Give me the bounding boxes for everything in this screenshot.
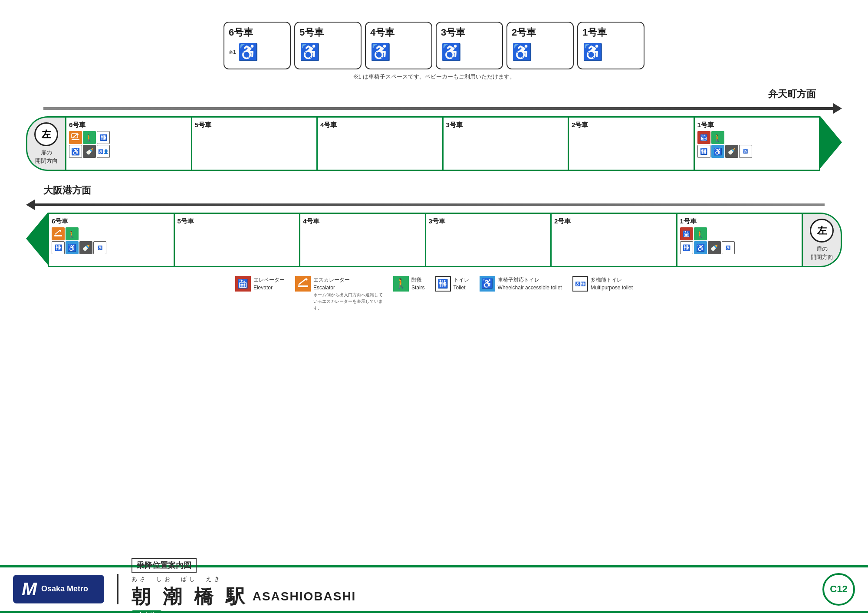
car-number-4: 4号車 (370, 26, 395, 39)
stairs-icon-2: 🚶 (66, 227, 79, 240)
legend-stairs: 🚶 階段 Stairs (393, 276, 425, 292)
train1-car4: 4号車 (316, 118, 442, 170)
footer-station-info: 乗降位置案内図 あさ しお ばし えき 朝 潮 橋 駅 ASASHIOBASHI… (132, 558, 809, 613)
wheelchair-icon-1: ♿ (582, 43, 603, 61)
footer-divider (117, 574, 118, 604)
baby-icon-2: 🍼 (79, 241, 92, 254)
legend-multipurpose-icon: ♿🚻 (572, 276, 588, 292)
car-number-2: 2号車 (512, 26, 536, 39)
car-number-1: 1号車 (582, 26, 607, 39)
note-marker-6: ※1 (229, 49, 236, 55)
left-circle-1: 左 (34, 122, 58, 146)
train1-right-tip (820, 116, 842, 168)
train2-car5: 5号車 (174, 214, 299, 266)
car-number-5: 5号車 (299, 26, 324, 39)
toilet-icon-1: 🚻 (97, 131, 110, 144)
car-box-4: 4号車 ♿ (365, 22, 432, 69)
station-furigana: あさ しお ばし えき (132, 575, 356, 583)
train2-right-cap: 左 扉の開閉方向 (803, 213, 842, 267)
left-circle-2: 左 (810, 219, 834, 243)
legend-stairs-text: 階段 Stairs (411, 276, 425, 292)
train1-car5: 5号車 (191, 118, 317, 170)
spacer-1 (26, 175, 842, 184)
train1-car6-icons-row2: ♿ 🍼 ♿👤 (69, 145, 188, 158)
station-name-container: あさ しお ばし えき 朝 潮 橋 駅 ASASHIOBASHI 中央線 (132, 575, 809, 613)
escalator-walk-icon-1: 🚶 (711, 131, 724, 144)
station-name-row: 朝 潮 橋 駅 ASASHIOBASHI (132, 584, 356, 610)
baby-icon-1b: 🍼 (725, 145, 738, 158)
wheelchair-accessible-icon-2: ♿ (694, 241, 707, 254)
svg-point-13 (305, 279, 307, 281)
multipurpose-icon-1b: ♿ (739, 145, 752, 158)
train1-car4-label: 4号車 (320, 121, 440, 129)
legend-elevator-text: エレベーター Elevator (253, 276, 285, 292)
train1-car6-label: 6号車 (69, 121, 188, 129)
train1-car6-icons-row1: 🚶 🚻 (69, 131, 188, 144)
train2-car1-icons-row1: 🛗 🚶 (680, 227, 799, 240)
train2-car6-label: 6号車 (52, 217, 171, 226)
legend-elevator-icon: 🛗 (235, 276, 251, 292)
osaka-metro-name: Osaka Metro (41, 584, 88, 594)
train2-car2: 2号車 (550, 214, 676, 266)
legend-multipurpose-text: 多機能トイレ Multipurpose toilet (591, 276, 633, 292)
train1-car1-icons-row2: 🚻 ♿ 🍼 ♿ (697, 145, 817, 158)
footer-bar: M Osaka Metro 乗降位置案内図 あさ しお ばし えき 朝 潮 橋 … (0, 565, 868, 613)
legend-escalator: エスカレーター Escalator ホーム側から出入口方向へ運転しているエスカレ… (295, 276, 383, 311)
train2-car6-icons-row2: 🚻 ♿ 🍼 ♿ (52, 241, 171, 254)
elevator-icon-2: 🛗 (680, 227, 693, 240)
train2-car2-label: 2号車 (554, 217, 674, 226)
train1-car1: 1号車 🛗 🚶 🚻 ♿ (694, 118, 821, 170)
stroller-icon-1: 🍼 (83, 145, 96, 158)
wheelchair-icon-3: ♿ (441, 43, 461, 61)
multipurpose-icon-2b: ♿ (722, 241, 735, 254)
legend-wc-accessible: ♿ 車椅子対応トイレ Wheelchair accessible toilet (480, 276, 562, 292)
toilet-icon-2b: 🚻 (680, 241, 693, 254)
car-box-1: 1号車 ♿ (577, 22, 644, 69)
car-box-6: 6号車 ※1 ♿ (224, 22, 291, 69)
wheelchair-icon-2: ♿ (512, 43, 532, 61)
car-number-6: 6号車 (229, 26, 253, 39)
wheelchair-icon-5: ♿ (299, 43, 320, 61)
svg-line-12 (299, 279, 306, 285)
metro-m-icon: M (22, 580, 37, 598)
train2-car1: 1号車 🛗 🚶 🚻 ♿ (676, 214, 803, 266)
car-box-2: 2号車 ♿ (506, 22, 574, 69)
svg-text:🚶: 🚶 (85, 134, 93, 142)
arrow-tip-1 (833, 103, 842, 114)
train2-car3: 3号車 (425, 214, 551, 266)
toilet-icon-2: 🚻 (52, 241, 65, 254)
svg-point-3 (77, 134, 79, 135)
baby-icon-2b: 🍼 (708, 241, 721, 254)
train2-car5-label: 5号車 (178, 217, 297, 226)
legend-stairs-icon: 🚶 (393, 276, 409, 292)
svg-text:🚶: 🚶 (696, 230, 704, 239)
train2-left-tip (26, 213, 48, 267)
car-numbers-row: 6号車 ※1 ♿ 5号車 ♿ 4号車 ♿ 3号車 ♿ (26, 22, 842, 69)
multipurpose-icon-1: ♿👤 (97, 145, 110, 158)
door-direction-1: 扉の開閉方向 (35, 149, 58, 164)
door-direction-2: 扉の開閉方向 (811, 245, 833, 261)
train-diagram-2: 6号車 🚶 🚻 ♿ (26, 213, 842, 267)
train2-car4-label: 4号車 (303, 217, 422, 226)
escalator-walk-icon-2: 🚶 (694, 227, 707, 240)
stairs-icon-1: 🚶 (83, 131, 96, 144)
train2-car6: 6号車 🚶 🚻 ♿ (48, 214, 174, 266)
train1-car2: 2号車 (568, 118, 694, 170)
svg-text:🚶: 🚶 (67, 230, 76, 239)
train2-car3-label: 3号車 (429, 217, 548, 226)
train1-left-cap: 左 扉の開閉方向 (26, 116, 65, 171)
wheelchair-accessible-icon-1: ♿ (711, 145, 724, 158)
station-code: C12 (822, 573, 855, 606)
legend-toilet: 🚻 トイレ Toilet (435, 276, 469, 292)
legend-wc-accessible-icon: ♿ (480, 276, 495, 292)
train2-car1-icons-row2: 🚻 ♿ 🍼 ♿ (680, 241, 799, 254)
train1-car1-label: 1号車 (697, 121, 817, 129)
line-badge: 中央線 (132, 610, 162, 613)
car-box-3: 3号車 ♿ (436, 22, 503, 69)
legend-escalator-text: エスカレーター Escalator ホーム側から出入口方向へ運転しているエスカレ… (313, 276, 383, 311)
train2-cars: 6号車 🚶 🚻 ♿ (48, 213, 803, 267)
station-name-en: ASASHIOBASHI (253, 590, 356, 603)
train1-car6: 6号車 🚶 🚻 (65, 118, 191, 170)
wheelchair-icon-row2-1: ♿ (69, 145, 82, 158)
escalator-icon-2 (52, 227, 65, 240)
